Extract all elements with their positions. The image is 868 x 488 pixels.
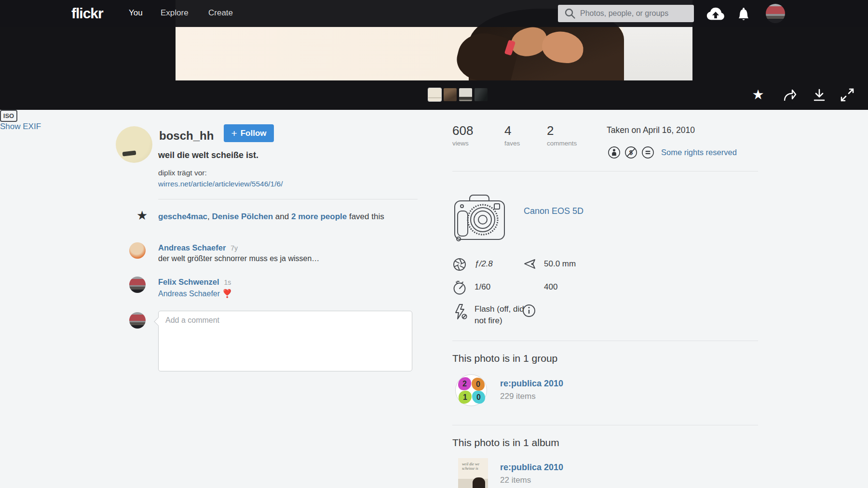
upload-cloud-icon[interactable]	[705, 6, 727, 21]
comment-text: Andreas Schaefer ❣️	[158, 289, 232, 299]
comments-label: comments	[547, 140, 577, 147]
some-rights-reserved-link[interactable]: Some rights reserved	[661, 148, 737, 157]
iso-value: 400	[544, 282, 557, 292]
group-section-heading: This photo is in 1 group	[452, 353, 557, 364]
photostream-thumbnails	[428, 88, 488, 101]
photostream-thumb-current[interactable]	[428, 88, 441, 101]
avatar-detail	[122, 151, 136, 157]
notifications-bell-icon[interactable]	[736, 6, 757, 21]
cc-nd-icon	[641, 146, 654, 159]
album-thumb-text: weil die wescheisse is	[462, 462, 479, 471]
nav-item-explore[interactable]: Explore	[161, 8, 189, 18]
album-item-count: 22 items	[500, 475, 531, 485]
comment-header: Felix Schwenzel1s	[158, 277, 231, 287]
description-text: diplix trägt vor:	[158, 169, 207, 177]
mention-link[interactable]: Andreas Schaefer	[158, 290, 220, 298]
search-box[interactable]	[558, 5, 694, 22]
comment-header: Andreas Schaefer7y	[158, 243, 238, 252]
photo-title: weil die welt scheiße ist.	[158, 150, 258, 160]
comment-text: der welt größter schnorrer muss es ja wi…	[158, 254, 319, 263]
group-item-count: 229 items	[500, 392, 536, 401]
commenter-name-link[interactable]: Andreas Schaefer	[158, 243, 226, 252]
album-section-heading: This photo is in 1 album	[452, 437, 559, 448]
group-link[interactable]: re:publica 2010	[500, 379, 563, 389]
license-row: $ Some rights reserved	[608, 146, 737, 159]
faves-stat[interactable]: 4 faves	[504, 123, 520, 147]
nav-item-you[interactable]: You	[129, 8, 143, 18]
show-exif-link[interactable]: Show EXIF	[0, 122, 41, 131]
divider	[452, 171, 758, 171]
nav-item-create[interactable]: Create	[208, 8, 233, 18]
taken-date: Taken on April 16, 2010	[607, 125, 695, 135]
divider	[452, 425, 758, 425]
views-count: 608	[452, 123, 473, 138]
download-icon[interactable]	[812, 88, 827, 103]
album-thumbnail[interactable]: weil die wescheisse is	[458, 458, 488, 488]
current-user-avatar	[129, 312, 146, 329]
follow-label: Follow	[241, 129, 267, 138]
aperture-icon	[452, 257, 467, 274]
cc-nc-icon: $	[624, 146, 637, 159]
search-icon	[564, 7, 576, 20]
faves-label: faves	[504, 140, 520, 147]
flickr-logo[interactable]: flickr	[71, 5, 103, 22]
photostream-thumb[interactable]	[475, 88, 488, 101]
focal-length-icon	[522, 257, 536, 274]
views-label: views	[452, 140, 473, 147]
comment-time: 1s	[224, 278, 231, 286]
add-comment-box	[158, 311, 412, 371]
owner-username[interactable]: bosch_hh	[159, 129, 214, 143]
comment-time: 7y	[231, 244, 238, 252]
faver-link[interactable]: Denise Pölchen	[212, 212, 273, 221]
info-icon	[522, 303, 536, 320]
aperture-value: ƒ/2.8	[475, 259, 493, 269]
owner-avatar[interactable]	[116, 126, 152, 163]
commenter-name-link[interactable]: Felix Schwenzel	[158, 277, 219, 286]
iso-icon: ISO	[0, 110, 17, 122]
faved-by-line: gesche4mac, Denise Pölchen and 2 more pe…	[158, 212, 384, 222]
flash-status: Flash (off, did not fire)	[475, 303, 529, 327]
group-avatar[interactable]: 2 0 1 0	[455, 374, 487, 406]
faved-star-icon: ★	[136, 209, 148, 222]
group-avatar-digit: 2	[458, 377, 471, 390]
photostream-thumb[interactable]	[459, 88, 472, 101]
speech-bubble-tip	[154, 317, 163, 326]
share-icon[interactable]	[781, 88, 797, 103]
photostream-thumb[interactable]	[444, 88, 457, 101]
group-avatar-digit: 1	[459, 391, 472, 404]
comments-count: 2	[547, 123, 577, 138]
commenter-avatar[interactable]	[129, 277, 146, 293]
fave-star-icon[interactable]: ★	[750, 88, 766, 103]
photo-page-content: bosch_hh + Follow weil die welt scheiße …	[0, 110, 868, 488]
cc-by-icon	[608, 146, 621, 159]
shutter-speed-icon	[452, 280, 467, 297]
faved-text: and	[273, 212, 291, 221]
fullscreen-icon[interactable]	[840, 88, 855, 103]
add-comment-input[interactable]	[165, 316, 404, 366]
flash-off-icon	[453, 303, 468, 320]
faver-link[interactable]: gesche4mac	[158, 212, 207, 221]
heart-emoji: ❣️	[222, 289, 232, 298]
focal-length-value: 50.0 mm	[544, 259, 576, 269]
top-navbar: flickr You Explore Create	[0, 0, 868, 27]
user-avatar[interactable]	[766, 4, 785, 23]
description-link[interactable]: wirres.net/article/articleview/5546/1/6/	[158, 180, 283, 188]
group-avatar-digit: 0	[472, 391, 485, 404]
album-link[interactable]: re:publica 2010	[500, 462, 563, 473]
divider	[452, 341, 758, 341]
comments-stat[interactable]: 2 comments	[547, 123, 577, 147]
camera-icon	[452, 188, 511, 242]
faves-count: 4	[504, 123, 520, 138]
divider	[158, 199, 418, 199]
album-thumb-figure	[473, 477, 485, 488]
commenter-avatar[interactable]	[129, 242, 146, 259]
faved-text: ,	[207, 212, 212, 221]
follow-button[interactable]: + Follow	[224, 124, 274, 142]
shutter-speed-value: 1/60	[475, 282, 490, 292]
views-stat: 608 views	[452, 123, 473, 147]
camera-model-link[interactable]: Canon EOS 5D	[524, 206, 583, 216]
more-favers-link[interactable]: 2 more people	[291, 212, 347, 221]
search-input[interactable]	[580, 9, 691, 18]
faved-text: faved this	[347, 212, 384, 221]
group-avatar-digit: 0	[472, 378, 485, 391]
